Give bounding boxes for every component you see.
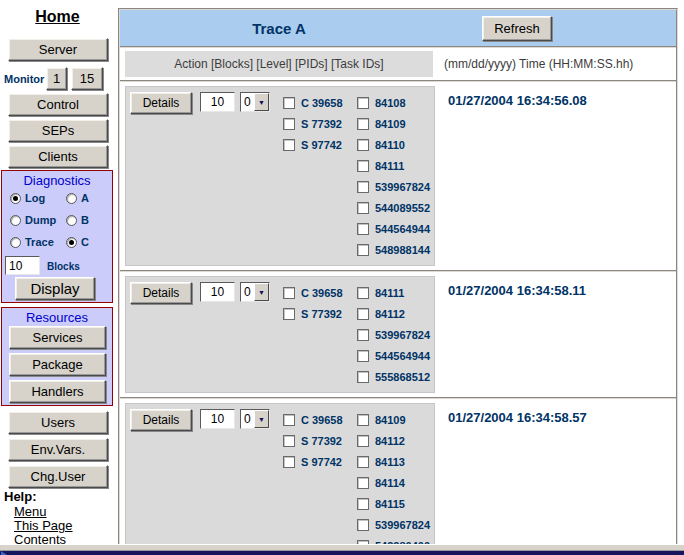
checkbox-item[interactable]: 544564944 (357, 218, 430, 239)
details-button[interactable]: Details (130, 409, 192, 431)
checkbox[interactable] (357, 477, 369, 489)
help-menu-link[interactable]: Menu (14, 504, 47, 519)
checkbox-item[interactable]: C 39658 (283, 409, 357, 430)
checkbox-item[interactable]: 84114 (357, 472, 430, 493)
radio-c[interactable]: C (66, 235, 89, 249)
checkbox[interactable] (283, 97, 295, 109)
services-button[interactable]: Services (9, 326, 106, 349)
trace-rows: Details 0 ▼ C 39658 S 77392 S 97742 8410… (120, 82, 676, 548)
checkbox[interactable] (357, 456, 369, 468)
checkbox-item[interactable]: 84111 (357, 282, 430, 303)
checkbox[interactable] (283, 139, 295, 151)
checkbox[interactable] (283, 456, 295, 468)
checkbox[interactable] (357, 371, 369, 383)
seps-button[interactable]: SEPs (8, 119, 108, 142)
home-link[interactable]: Home (0, 8, 115, 26)
level-select[interactable]: 0 ▼ (240, 409, 270, 429)
checkbox[interactable] (357, 139, 369, 151)
checkbox-item[interactable]: 84112 (357, 430, 430, 451)
checkbox[interactable] (357, 414, 369, 426)
checkbox-item[interactable]: S 77392 (283, 303, 357, 324)
refresh-button[interactable]: Refresh (482, 16, 552, 41)
package-button[interactable]: Package (9, 353, 106, 376)
checkbox[interactable] (283, 118, 295, 130)
trace-row: Details 0 ▼ C 39658 S 77392 S 97742 8410… (120, 82, 676, 272)
checkbox[interactable] (283, 308, 295, 320)
details-button[interactable]: Details (130, 92, 192, 114)
checkbox-item[interactable]: 548988144 (357, 239, 430, 260)
blocks-count-input[interactable] (5, 256, 40, 275)
chevron-down-icon[interactable]: ▼ (254, 93, 269, 111)
checkbox[interactable] (357, 498, 369, 510)
checkbox-item[interactable]: 84111 (357, 155, 430, 176)
checkbox[interactable] (357, 244, 369, 256)
radio-icon (66, 215, 77, 226)
checkbox[interactable] (283, 435, 295, 447)
blocks-input[interactable] (200, 409, 235, 429)
checkbox-item[interactable]: S 97742 (283, 451, 357, 472)
window-bottom-border (0, 551, 684, 555)
checkbox-item[interactable]: S 97742 (283, 134, 357, 155)
blocks-input[interactable] (200, 282, 235, 302)
checkbox[interactable] (357, 287, 369, 299)
horizontal-scrollbar[interactable] (0, 544, 684, 551)
control-button[interactable]: Control (8, 93, 108, 116)
checkbox[interactable] (283, 287, 295, 299)
checkbox-label: 84109 (375, 414, 406, 426)
checkbox-item[interactable]: C 39658 (283, 282, 357, 303)
checkbox-item[interactable]: 84112 (357, 303, 430, 324)
server-button[interactable]: Server (8, 38, 108, 61)
chg-user-button[interactable]: Chg.User (8, 465, 108, 488)
checkbox-item[interactable]: 539967824 (357, 324, 430, 345)
details-button[interactable]: Details (130, 282, 192, 304)
checkbox-item[interactable]: S 77392 (283, 113, 357, 134)
checkbox[interactable] (357, 202, 369, 214)
checkbox[interactable] (357, 118, 369, 130)
checkbox[interactable] (283, 414, 295, 426)
display-button[interactable]: Display (15, 277, 95, 300)
users-button[interactable]: Users (8, 411, 108, 434)
checkbox-item[interactable]: 539967824 (357, 514, 430, 535)
checkbox-item[interactable]: 84109 (357, 409, 430, 430)
chevron-down-icon[interactable]: ▼ (254, 283, 269, 301)
radio-dump[interactable]: Dump (10, 213, 56, 227)
checkbox-label: 84110 (375, 139, 405, 151)
checkbox[interactable] (357, 308, 369, 320)
checkbox[interactable] (357, 97, 369, 109)
checkbox-item[interactable]: 84113 (357, 451, 430, 472)
blocks-input[interactable] (200, 92, 235, 112)
help-thispage-link[interactable]: This Page (14, 518, 73, 533)
checkbox-item[interactable]: S 77392 (283, 430, 357, 451)
checkbox-item[interactable]: 539967824 (357, 176, 430, 197)
checkbox-item[interactable]: 84109 (357, 113, 430, 134)
checkbox[interactable] (357, 160, 369, 172)
checkbox-item[interactable]: 84108 (357, 92, 430, 113)
radio-log[interactable]: Log (10, 191, 45, 205)
radio-b[interactable]: B (66, 213, 89, 227)
checkbox-label: 84108 (375, 97, 406, 109)
handlers-button[interactable]: Handlers (9, 380, 106, 403)
checkbox-item[interactable]: 555868512 (357, 366, 430, 387)
checkbox[interactable] (357, 435, 369, 447)
checkbox[interactable] (357, 350, 369, 362)
radio-a[interactable]: A (66, 191, 89, 205)
radio-trace[interactable]: Trace (10, 235, 54, 249)
monitor-15-button[interactable]: 15 (71, 67, 103, 90)
radio-icon (10, 215, 21, 226)
chevron-down-icon[interactable]: ▼ (254, 410, 269, 428)
level-select[interactable]: 0 ▼ (240, 92, 270, 112)
checkbox[interactable] (357, 223, 369, 235)
checkbox-item[interactable]: 544564944 (357, 345, 430, 366)
env-vars-button[interactable]: Env.Vars. (8, 438, 108, 461)
checkbox[interactable] (357, 329, 369, 341)
checkbox-item[interactable]: 84110 (357, 134, 430, 155)
checkbox[interactable] (357, 519, 369, 531)
checkbox-item[interactable]: 84115 (357, 493, 430, 514)
checkbox-item[interactable]: 544089552 (357, 197, 430, 218)
checkbox[interactable] (357, 181, 369, 193)
checkbox-item[interactable]: C 39658 (283, 92, 357, 113)
trace-row-time-cell: 01/27/2004 16:34:58.57 (438, 399, 676, 548)
level-select[interactable]: 0 ▼ (240, 282, 270, 302)
clients-button[interactable]: Clients (8, 145, 108, 168)
monitor-1-button[interactable]: 1 (46, 67, 67, 90)
